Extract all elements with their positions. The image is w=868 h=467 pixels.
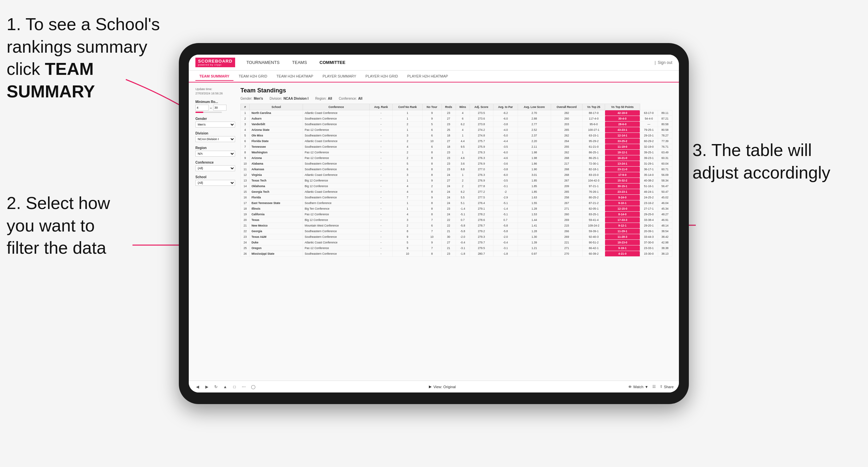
cell-data: -5.8 [493, 228, 518, 234]
cell-school: Oregon [250, 245, 303, 251]
cell-data: 9 [393, 245, 422, 251]
cell-data: 262 [551, 150, 583, 155]
watch-button[interactable]: 👁 Watch ▼ [628, 385, 648, 389]
cell-data: 1.41 [518, 223, 551, 228]
grid-button[interactable]: ☷ [652, 384, 656, 389]
cell-data: 80.58 [658, 127, 672, 133]
cell-data: 50.47 [658, 189, 672, 195]
cell-vs-top-50: 17-9-0 [605, 172, 640, 178]
cell-data: - [370, 161, 393, 166]
cell-data: 46-24-1 [640, 189, 658, 195]
cell-data: 23 [441, 150, 456, 155]
more-icon[interactable]: ⋯ [241, 383, 247, 390]
share-button[interactable]: ⇧ Share [660, 384, 674, 389]
cell-data: 2 [456, 178, 470, 184]
cell-school: Arkansas [250, 166, 303, 172]
cell-data: 279.5 [470, 245, 493, 251]
cell-data: 36-17-1 [640, 166, 658, 172]
table-row: 13Texas TechBig 12 Conference-19272276.9… [241, 178, 672, 184]
cell-data: 25 [441, 127, 456, 133]
subnav-team-summary[interactable]: TEAM SUMMARY [195, 72, 234, 81]
subnav-player-summary[interactable]: PLAYER SUMMARY [318, 72, 360, 80]
cell-data: 21 [441, 245, 456, 251]
cell-data: 18 [441, 144, 456, 150]
cell-data: 32-19-0 [640, 144, 658, 150]
cell-data: 24 [441, 184, 456, 189]
cell-data: 8 [422, 161, 441, 166]
cell-vs-top-50: 15-32-2 [605, 178, 640, 184]
cell-school: Virginia [250, 172, 303, 178]
cell-data: 1 [393, 206, 422, 212]
reload-icon[interactable]: ↻ [213, 383, 219, 390]
cell-data: 1 [393, 127, 422, 133]
cell-rank: 22 [241, 228, 250, 234]
division-select[interactable]: NCAA Division I NCAA Division II NCAA Di… [195, 136, 235, 142]
cell-vs-top-50: 11-28-3 [605, 234, 640, 240]
gender-select[interactable]: Men's Women's [195, 122, 235, 127]
subnav-player-h2h-grid[interactable]: PLAYER H2H GRID [362, 72, 402, 80]
cell-data: - [370, 172, 393, 178]
conference-select[interactable]: (All) SEC ACC Big 12 [195, 165, 235, 171]
cell-data: -3.8 [493, 122, 518, 127]
region-select[interactable]: N/A All [195, 151, 235, 157]
rank-slider-track[interactable] [195, 112, 222, 113]
cell-data: 30 [441, 234, 456, 240]
cell-data: 56.09 [658, 172, 672, 178]
subnav-team-h2h-grid[interactable]: TEAM H2H GRID [235, 72, 271, 80]
clock-icon[interactable]: ◯ [250, 383, 256, 390]
logo-text-2: powered by clippi [198, 64, 232, 66]
cell-data: -5.1 [456, 212, 470, 217]
cell-data: 1.85 [518, 178, 551, 184]
cell-data: 255 [551, 144, 583, 150]
cell-data: 9 [393, 234, 422, 240]
cell-data: 29-25-0 [640, 212, 658, 217]
table-row: 8WashingtonPac-12 Conference-28231276.3-… [241, 150, 672, 155]
cell-data: 273.6 [470, 116, 493, 122]
main-content: Update time: 27/03/2024 16:56:26 Minimum… [189, 83, 679, 380]
cell-data: -5.1 [493, 200, 518, 206]
sign-out-link[interactable]: Sign out [658, 60, 672, 65]
cell-vs-top-50: 9-24-0 [605, 195, 640, 200]
copy-icon[interactable]: □ [231, 383, 238, 390]
cell-data: 1 [456, 150, 470, 155]
cell-data: 76.71 [658, 144, 672, 150]
nav-committee[interactable]: COMMITTEE [318, 60, 347, 65]
school-select[interactable]: (All) [195, 180, 235, 186]
cell-data: 4.4 [456, 138, 470, 144]
table-row: 15Georgia TechAtlantic Coast Conference-… [241, 189, 672, 195]
cell-data: - [370, 110, 393, 116]
col-adj-score: Adj. Score [470, 104, 493, 110]
cell-data: 80.58 [658, 122, 672, 127]
cell-data: 6 [456, 116, 470, 122]
region-pill-value: All [328, 97, 332, 100]
cell-data: 8 [393, 228, 422, 234]
nav-teams[interactable]: TEAMS [291, 60, 308, 65]
cell-data: - [370, 122, 393, 127]
subnav-team-h2h-heatmap[interactable]: TEAM H2H HEATMAP [273, 72, 317, 80]
share-icon[interactable]: ▲ [222, 383, 228, 390]
cell-data: 8 [422, 166, 441, 172]
table-row: 21New MexicoMountain West Conference-262… [241, 223, 672, 228]
cell-data: 24 [441, 189, 456, 195]
cell-data: 2.37 [518, 133, 551, 138]
cell-data: 277.2 [470, 189, 493, 195]
cell-data: 82-18-1 [583, 166, 605, 172]
forward-icon[interactable]: ▶ [203, 383, 210, 390]
cell-conference: Pac-12 Conference [303, 245, 370, 251]
min-rank-from-input[interactable] [195, 105, 209, 111]
cell-data: 72-30-1 [583, 161, 605, 166]
subnav-player-h2h-heatmap[interactable]: PLAYER H2H HEATMAP [403, 72, 452, 80]
cell-data: 4 [456, 110, 470, 116]
table-row: 16FloridaSoutheastern Conference-79245.5… [241, 195, 672, 200]
cell-data: -5.1 [493, 212, 518, 217]
cell-data: - [370, 138, 393, 144]
cell-data: 5.1 [456, 200, 470, 206]
cell-data: 48.14 [658, 223, 672, 228]
nav-tournaments[interactable]: TOURNAMENTS [245, 60, 281, 65]
view-original-label[interactable]: View: Original [434, 385, 456, 389]
cell-data: 8 [422, 206, 441, 212]
cell-data: -2.9 [493, 195, 518, 200]
min-rank-to-input[interactable] [213, 105, 226, 111]
back-icon[interactable]: ◀ [194, 383, 201, 390]
logo-area: SCOREBOARD powered by clippi [195, 58, 235, 68]
